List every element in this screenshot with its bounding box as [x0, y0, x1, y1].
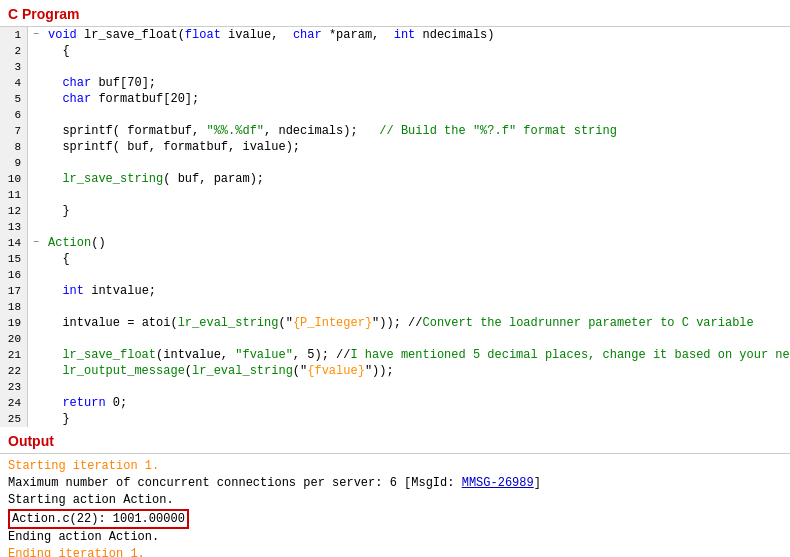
code-content: sprintf( formatbuf, "%%.%df", ndecimals)… — [44, 123, 790, 139]
code-container: 1−void lr_save_float(float ivalue, char … — [0, 26, 790, 427]
code-line-9: 9 — [0, 155, 790, 171]
line-number: 13 — [0, 219, 28, 235]
line-number: 25 — [0, 411, 28, 427]
code-line-21: 21 lr_save_float(intvalue, "fvalue", 5);… — [0, 347, 790, 363]
code-content: void lr_save_float(float ivalue, char *p… — [44, 27, 790, 43]
highlighted-output: Action.c(22): 1001.00000 — [8, 509, 189, 529]
output-line-3: Action.c(22): 1001.00000 — [8, 509, 782, 529]
code-line-20: 20 — [0, 331, 790, 347]
output-line-0: Starting iteration 1. — [8, 458, 782, 475]
code-line-16: 16 — [0, 267, 790, 283]
line-number: 9 — [0, 155, 28, 171]
line-number: 12 — [0, 203, 28, 219]
code-line-17: 17 int intvalue; — [0, 283, 790, 299]
code-content: char buf[70]; — [44, 75, 790, 91]
output-line-1: Maximum number of concurrent connections… — [8, 475, 782, 492]
code-line-24: 24 return 0; — [0, 395, 790, 411]
code-content: lr_output_message(lr_eval_string("{fvalu… — [44, 363, 790, 379]
collapse-icon[interactable]: − — [28, 235, 44, 251]
line-number: 20 — [0, 331, 28, 347]
code-line-19: 19 intvalue = atoi(lr_eval_string("{P_In… — [0, 315, 790, 331]
code-content: { — [44, 43, 790, 59]
section-title-output: Output — [0, 427, 790, 453]
line-number: 21 — [0, 347, 28, 363]
code-line-4: 4 char buf[70]; — [0, 75, 790, 91]
code-line-13: 13 — [0, 219, 790, 235]
code-line-18: 18 — [0, 299, 790, 315]
code-content: sprintf( buf, formatbuf, ivalue); — [44, 139, 790, 155]
code-line-7: 7 sprintf( formatbuf, "%%.%df", ndecimal… — [0, 123, 790, 139]
code-line-14: 14−Action() — [0, 235, 790, 251]
line-number: 14 — [0, 235, 28, 251]
line-number: 1 — [0, 27, 28, 43]
code-content: } — [44, 411, 790, 427]
output-line-4: Ending action Action. — [8, 529, 782, 546]
output-line-2: Starting action Action. — [8, 492, 782, 509]
code-content: Action() — [44, 235, 790, 251]
line-number: 6 — [0, 107, 28, 123]
line-number: 17 — [0, 283, 28, 299]
code-line-5: 5 char formatbuf[20]; — [0, 91, 790, 107]
code-content: { — [44, 251, 790, 267]
line-number: 18 — [0, 299, 28, 315]
line-number: 2 — [0, 43, 28, 59]
code-line-10: 10 lr_save_string( buf, param); — [0, 171, 790, 187]
output-line-5: Ending iteration 1. — [8, 546, 782, 557]
code-content: lr_save_float(intvalue, "fvalue", 5); //… — [44, 347, 790, 363]
code-line-1: 1−void lr_save_float(float ivalue, char … — [0, 27, 790, 43]
line-number: 19 — [0, 315, 28, 331]
line-number: 4 — [0, 75, 28, 91]
code-line-11: 11 — [0, 187, 790, 203]
code-line-3: 3 — [0, 59, 790, 75]
code-content: return 0; — [44, 395, 790, 411]
code-line-2: 2 { — [0, 43, 790, 59]
code-line-23: 23 — [0, 379, 790, 395]
code-content: intvalue = atoi(lr_eval_string("{P_Integ… — [44, 315, 790, 331]
line-number: 16 — [0, 267, 28, 283]
line-number: 11 — [0, 187, 28, 203]
line-number: 10 — [0, 171, 28, 187]
code-line-22: 22 lr_output_message(lr_eval_string("{fv… — [0, 363, 790, 379]
line-number: 22 — [0, 363, 28, 379]
line-number: 24 — [0, 395, 28, 411]
code-line-15: 15 { — [0, 251, 790, 267]
collapse-icon[interactable]: − — [28, 27, 44, 43]
line-number: 8 — [0, 139, 28, 155]
code-line-8: 8 sprintf( buf, formatbuf, ivalue); — [0, 139, 790, 155]
msgid-link[interactable]: MMSG-26989 — [462, 476, 534, 490]
line-number: 3 — [0, 59, 28, 75]
line-number: 23 — [0, 379, 28, 395]
code-content: lr_save_string( buf, param); — [44, 171, 790, 187]
output-section: Starting iteration 1.Maximum number of c… — [0, 453, 790, 557]
line-number: 7 — [0, 123, 28, 139]
code-content: int intvalue; — [44, 283, 790, 299]
code-line-12: 12 } — [0, 203, 790, 219]
line-number: 5 — [0, 91, 28, 107]
section-title-c: C Program — [0, 0, 790, 26]
code-line-6: 6 — [0, 107, 790, 123]
code-content: } — [44, 203, 790, 219]
code-line-25: 25 } — [0, 411, 790, 427]
line-number: 15 — [0, 251, 28, 267]
code-content: char formatbuf[20]; — [44, 91, 790, 107]
